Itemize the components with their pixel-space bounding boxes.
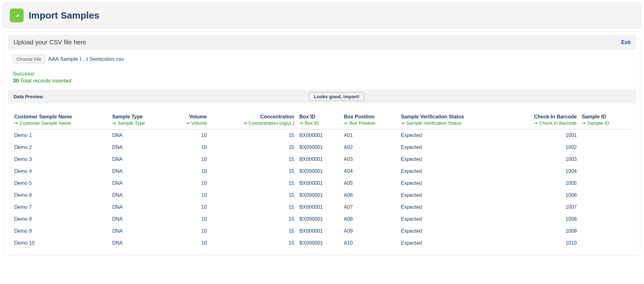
- table-cell: A04: [342, 165, 400, 177]
- records-suffix: Total records inserted: [19, 78, 71, 84]
- table-row: Demo 9DNA1015BX000001A09Expected1009: [13, 225, 631, 237]
- table-cell: BX000001: [298, 237, 342, 249]
- table-cell: Expected: [400, 177, 506, 189]
- column-label: Concentration: [260, 114, 294, 119]
- table-cell: BX000001: [298, 129, 342, 142]
- table-body: Demo 1DNA1015BX000001A01Expected1001Demo…: [13, 129, 631, 249]
- table-cell: A10: [342, 237, 400, 249]
- table-cell: 15: [211, 177, 298, 189]
- table-cell: 1005: [506, 177, 580, 189]
- records-count: 30: [13, 78, 19, 84]
- table-cell: 1003: [506, 153, 580, 165]
- page-title: Import Samples: [29, 10, 99, 21]
- exit-link[interactable]: Exit: [621, 40, 630, 45]
- table-cell: Demo 2: [13, 141, 111, 153]
- table-cell: 15: [211, 153, 298, 165]
- page-header: Import Samples: [3, 3, 641, 28]
- table-cell: BX000001: [298, 225, 342, 237]
- table-cell: 1004: [506, 165, 580, 177]
- table-cell: [580, 153, 631, 165]
- table-cell: Demo 7: [13, 201, 111, 213]
- table-cell: Expected: [400, 201, 506, 213]
- table-cell: 10: [170, 153, 211, 165]
- file-chooser-row: Choose File AAA Sample I…t Semicolon.csv: [13, 55, 631, 63]
- import-status: Success! 30 Total records inserted: [13, 71, 631, 84]
- column-mapping: ⇒ Box ID: [299, 120, 339, 126]
- column-header: Customer Sample Name⇒ Customer Sample Na…: [13, 113, 111, 129]
- table-cell: [580, 201, 631, 213]
- table-cell: DNA: [111, 165, 170, 177]
- table-row: Demo 8DNA1015BX000001A08Expected1008: [13, 213, 631, 225]
- table-cell: DNA: [111, 201, 170, 213]
- table-cell: 10: [170, 201, 211, 213]
- table-cell: A08: [342, 213, 400, 225]
- column-mapping: ⇒ Sample ID: [582, 120, 627, 126]
- table-cell: A09: [342, 225, 400, 237]
- column-header: Check-In Barcode⇒ Check In Barcode: [506, 113, 580, 129]
- table-cell: 10: [170, 129, 211, 142]
- table-cell: [580, 225, 631, 237]
- table-cell: Expected: [400, 129, 506, 142]
- table-cell: 1009: [506, 225, 580, 237]
- table-cell: 10: [170, 165, 211, 177]
- table-cell: DNA: [111, 141, 170, 153]
- table-cell: Expected: [400, 189, 506, 201]
- column-header: Volume⇒ Volume: [170, 113, 211, 129]
- table-header: Customer Sample Name⇒ Customer Sample Na…: [13, 113, 631, 129]
- table-cell: [580, 129, 631, 142]
- table-cell: Demo 8: [13, 213, 111, 225]
- table-cell: 15: [211, 201, 298, 213]
- leaf-icon: [13, 11, 21, 20]
- table-cell: 1002: [506, 141, 580, 153]
- table-cell: BX000001: [298, 165, 342, 177]
- preview-label: Data Preview: [14, 94, 43, 99]
- column-header: Box Position⇒ Box Position: [342, 113, 400, 129]
- table-row: Demo 10DNA1015BX000001A10Expected1010: [13, 237, 631, 249]
- table-cell: Expected: [400, 237, 506, 249]
- table-cell: 10: [170, 177, 211, 189]
- table-cell: [580, 141, 631, 153]
- table-cell: A02: [342, 141, 400, 153]
- table-cell: 10: [170, 189, 211, 201]
- column-label: Check-In Barcode: [534, 114, 577, 119]
- table-cell: 15: [211, 225, 298, 237]
- column-header: Concentration⇒ Concentration (ng/µL): [211, 113, 298, 129]
- table-cell: Expected: [400, 213, 506, 225]
- table-cell: [580, 165, 631, 177]
- table-cell: Expected: [400, 165, 506, 177]
- table-row: Demo 2DNA1015BX000001A02Expected1002: [13, 141, 631, 153]
- table-row: Demo 3DNA1015BX000001A03Expected1003: [13, 153, 631, 165]
- table-cell: Demo 4: [13, 165, 111, 177]
- table-cell: A05: [342, 177, 400, 189]
- table-cell: DNA: [111, 189, 170, 201]
- content-card: Upload your CSV file here Exit Choose Fi…: [4, 31, 640, 256]
- app-logo: [10, 9, 24, 22]
- table-cell: DNA: [111, 213, 170, 225]
- table-cell: 10: [170, 225, 211, 237]
- column-header: Sample Type⇒ Sample Type: [111, 113, 170, 129]
- table-cell: 15: [211, 129, 298, 142]
- table-row: Demo 5DNA1015BX000001A05Expected1005: [13, 177, 631, 189]
- table-cell: 1001: [506, 129, 580, 142]
- table-cell: 15: [211, 213, 298, 225]
- import-button[interactable]: Looks good, import!: [309, 92, 364, 101]
- table-cell: 15: [211, 141, 298, 153]
- table-cell: Demo 5: [13, 177, 111, 189]
- table-cell: Demo 6: [13, 189, 111, 201]
- records-inserted: 30 Total records inserted: [13, 78, 631, 84]
- table-cell: 1010: [506, 237, 580, 249]
- table-cell: BX000001: [298, 213, 342, 225]
- table-cell: BX000001: [298, 153, 342, 165]
- choose-file-button[interactable]: Choose File: [13, 55, 45, 63]
- table-row: Demo 4DNA1015BX000001A04Expected1004: [13, 165, 631, 177]
- success-message: Success!: [13, 71, 631, 77]
- table-cell: A03: [342, 153, 400, 165]
- table-cell: DNA: [111, 129, 170, 142]
- data-preview-table: Customer Sample Name⇒ Customer Sample Na…: [13, 113, 631, 249]
- column-header: Sample ID⇒ Sample ID: [580, 113, 631, 129]
- table-row: Demo 6DNA1015BX000001A06Expected1006: [13, 189, 631, 201]
- column-mapping: ⇒ Concentration (ng/µL): [212, 120, 294, 126]
- column-header: Sample Verification Status⇒ Sample Verif…: [400, 113, 506, 129]
- table-cell: Expected: [400, 153, 506, 165]
- table-cell: A07: [342, 201, 400, 213]
